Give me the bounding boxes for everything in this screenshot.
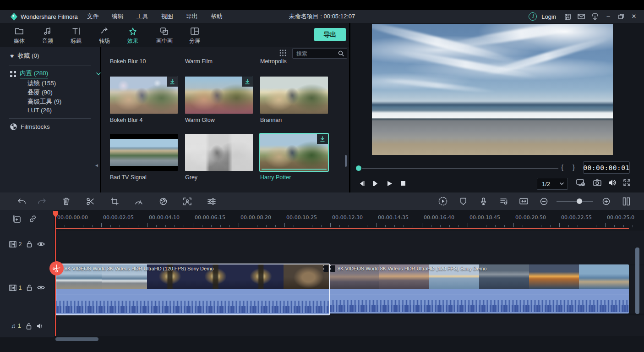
sidebar-item-filmstocks[interactable]: Filmstocks — [10, 123, 50, 130]
sidebar-item-filters[interactable]: 滤镜 (155) — [27, 79, 56, 88]
export-button[interactable]: 导出 — [314, 28, 346, 41]
effects-scrollbar[interactable] — [345, 155, 347, 167]
fullscreen-icon[interactable] — [622, 178, 632, 187]
timeline-clip-1[interactable]: 8K VIDEOS World 8K Videos HDR UltraHD (1… — [55, 264, 330, 315]
video-track-2-lane[interactable] — [54, 231, 644, 264]
menu-view[interactable]: 视图 — [155, 10, 180, 23]
ruler-label: 00:00:06:15 — [195, 214, 225, 220]
search-box[interactable] — [292, 48, 347, 59]
minimize-icon[interactable]: – — [602, 10, 615, 23]
close-icon[interactable]: ✕ — [628, 10, 640, 23]
titlebar: Wondershare Filmora 文件 编辑 工具 视图 导出 帮助 未命… — [0, 10, 644, 23]
motion-track-icon[interactable] — [181, 195, 193, 207]
sidebar-item-favorites[interactable]: ♥ 收藏 (0) — [10, 52, 39, 60]
render-preview-icon[interactable] — [437, 195, 449, 207]
fit-timeline-icon[interactable] — [518, 195, 529, 207]
tab-splitscreen[interactable]: 分屏 — [182, 27, 207, 45]
delete-icon[interactable] — [60, 195, 72, 207]
save-icon[interactable] — [562, 11, 573, 22]
mark-out-button[interactable]: } — [573, 163, 575, 171]
mark-in-button[interactable]: { — [561, 163, 563, 171]
adjust-icon[interactable] — [206, 195, 218, 207]
grid-view-icon[interactable] — [279, 50, 286, 56]
info-icon[interactable]: i — [529, 12, 537, 21]
tab-transitions[interactable]: 转场 — [92, 27, 117, 45]
track-columns-icon[interactable] — [620, 195, 632, 207]
record-mic-icon[interactable] — [477, 195, 489, 207]
zoom-slider-handle[interactable] — [577, 198, 582, 204]
timeline-zoom-slider[interactable] — [557, 201, 593, 202]
music-note-icon: ♫ — [11, 322, 16, 330]
heart-icon: ♥ — [10, 52, 14, 60]
search-icon[interactable] — [338, 50, 344, 56]
undo-icon[interactable] — [16, 195, 27, 207]
audio-track-1-lane[interactable] — [54, 315, 644, 336]
sidebar-item-builtin[interactable]: 内置 (280) — [10, 69, 48, 78]
restore-icon[interactable] — [615, 10, 628, 23]
download-icon — [242, 77, 253, 87]
seek-bar[interactable] — [362, 168, 558, 169]
sidebar-item-overlays[interactable]: 叠覆 (90) — [27, 88, 53, 97]
audio-track-1-header[interactable]: ♫ 1 — [0, 322, 54, 330]
marker-shield-icon[interactable] — [457, 195, 469, 207]
message-icon[interactable] — [575, 11, 587, 22]
tab-titles[interactable]: 标题 — [63, 27, 89, 45]
sidebar-collapse-handle[interactable]: ◄ — [94, 162, 99, 169]
next-frame-button[interactable] — [371, 179, 381, 188]
search-input[interactable] — [293, 50, 338, 57]
play-button[interactable] — [384, 179, 394, 188]
crop-icon[interactable] — [109, 195, 120, 207]
zoom-in-icon[interactable] — [600, 195, 612, 207]
video-track-1-header[interactable]: 1 — [0, 284, 54, 291]
effect-card-brannan[interactable]: Brannan — [260, 77, 328, 114]
lock-icon[interactable] — [27, 241, 32, 248]
effect-card-warm-glow[interactable]: Warm Glow — [185, 77, 253, 114]
scissors-icon[interactable] — [84, 195, 96, 207]
upload-icon[interactable] — [589, 11, 601, 22]
speaker-icon[interactable] — [37, 323, 44, 329]
tab-audio[interactable]: 音频 — [35, 27, 60, 45]
tab-effects[interactable]: 效果 — [120, 27, 146, 45]
sidebar-item-utility[interactable]: 高级工具 (9) — [27, 98, 61, 106]
snapshot-icon[interactable] — [592, 178, 602, 187]
menu-help[interactable]: 帮助 — [204, 10, 229, 23]
color-icon[interactable] — [157, 195, 169, 207]
cut-at-playhead-button[interactable] — [49, 261, 64, 275]
tab-media[interactable]: 媒体 — [6, 27, 32, 45]
preview-video[interactable] — [372, 24, 613, 155]
effects-header — [101, 47, 349, 59]
redo-icon[interactable] — [36, 195, 48, 207]
speed-icon[interactable] — [133, 195, 145, 207]
menu-edit[interactable]: 编辑 — [105, 10, 130, 23]
add-track-icon[interactable] — [12, 214, 21, 223]
timeline-horizontal-scrollbar[interactable] — [55, 337, 98, 341]
eye-icon[interactable] — [37, 242, 45, 247]
menu-tools[interactable]: 工具 — [130, 10, 155, 23]
video-track-2-header[interactable]: 2 — [0, 241, 54, 248]
sidebar-item-lut[interactable]: LUT (26) — [27, 107, 52, 114]
volume-icon[interactable] — [607, 178, 617, 187]
audio-mixer-icon[interactable] — [497, 195, 509, 207]
ruler-label: 00:00:08:20 — [240, 214, 271, 220]
seek-handle[interactable] — [356, 165, 361, 171]
zoom-out-icon[interactable] — [538, 195, 550, 207]
eye-icon[interactable] — [37, 285, 45, 290]
login-button[interactable]: Login — [541, 13, 556, 20]
playback-quality-dropdown[interactable]: 1/2 — [537, 178, 568, 190]
menu-export[interactable]: 导出 — [180, 10, 204, 23]
download-icon — [317, 134, 328, 144]
effect-card-bad-tv-signal[interactable]: Bad TV Signal — [110, 134, 178, 171]
effect-card-harry-potter[interactable]: Harry Potter — [260, 134, 328, 171]
prev-frame-button[interactable] — [357, 179, 367, 188]
display-settings-icon[interactable] — [576, 178, 586, 187]
effect-card-bokeh-blur-4[interactable]: Bokeh Blur 4 — [110, 77, 178, 114]
menu-file[interactable]: 文件 — [81, 10, 105, 23]
tab-pip[interactable]: 画中画 — [152, 27, 177, 45]
timeline-vertical-scrollbar[interactable] — [635, 248, 639, 314]
stop-button[interactable] — [398, 179, 408, 188]
lock-icon[interactable] — [27, 284, 32, 291]
timeline-clip-2[interactable]: 8K VIDEOS World 8K Videos HDR UltraHD (1… — [329, 264, 629, 314]
link-icon[interactable] — [28, 214, 37, 223]
lock-icon[interactable] — [26, 323, 32, 330]
effect-card-grey[interactable]: Grey — [185, 134, 253, 171]
